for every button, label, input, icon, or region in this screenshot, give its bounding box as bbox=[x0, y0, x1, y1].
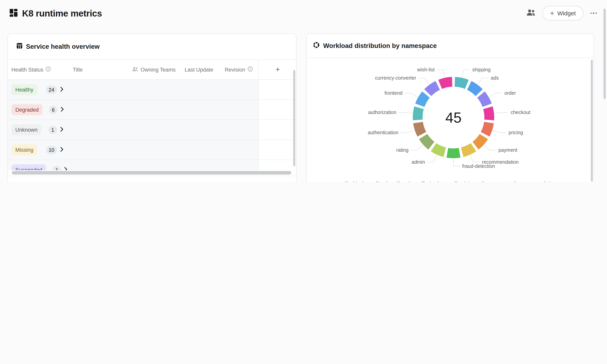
dashboard-page: K8 runtime metrics + Widget bbox=[0, 0, 607, 182]
donut-label-pricing: pricing bbox=[509, 130, 523, 135]
status-badge: Degraded bbox=[11, 104, 43, 115]
donut-segment-authentication[interactable] bbox=[418, 123, 422, 134]
column-header-last-update[interactable]: Last Update bbox=[179, 60, 221, 79]
donut-segment-rating[interactable] bbox=[423, 137, 431, 146]
donut-label-payment: payment bbox=[498, 147, 517, 153]
vertical-scrollbar[interactable] bbox=[293, 70, 295, 166]
legend-swatch bbox=[375, 182, 379, 182]
donut-label-authentication: authentication bbox=[368, 130, 398, 135]
status-badge: Healthy bbox=[11, 84, 37, 95]
legend-item-ads[interactable]: ads bbox=[375, 181, 390, 182]
service-health-card-header: Service health overview bbox=[8, 34, 296, 59]
donut-segment-admin[interactable] bbox=[433, 147, 445, 152]
donut-leader-line bbox=[399, 112, 412, 113]
group-row-degraded[interactable]: Degraded6 bbox=[8, 100, 296, 120]
workload-card-header: Workload distribution by namespace bbox=[307, 34, 593, 58]
vertical-scrollbar[interactable] bbox=[591, 60, 593, 182]
donut-segment-currency-converter[interactable] bbox=[428, 86, 438, 93]
donut-label-authorization: authorization bbox=[368, 109, 396, 115]
service-health-table-body: Healthy24 Degraded6 Unknown1 Missing10 bbox=[8, 80, 296, 170]
card-title: Workload distribution by namespace bbox=[323, 42, 437, 49]
group-count: 1 bbox=[53, 166, 61, 170]
donut-segment-frontend[interactable] bbox=[420, 94, 426, 105]
column-header-revision[interactable]: Revision bbox=[221, 60, 258, 79]
donut-segment-wish-list[interactable] bbox=[440, 82, 452, 84]
legend-label: shipping bbox=[351, 181, 369, 182]
donut-leader-line bbox=[478, 78, 488, 84]
legend-swatch bbox=[397, 182, 400, 182]
legend-item-recommendation[interactable]: recommendation bbox=[513, 181, 556, 182]
add-widget-button[interactable]: + Widget bbox=[543, 6, 583, 20]
page-header: K8 runtime metrics + Widget bbox=[0, 0, 607, 27]
legend-label: order bbox=[403, 181, 414, 182]
donut-leader-line bbox=[405, 93, 418, 97]
group-count: 24 bbox=[46, 86, 57, 94]
workload-distribution-card: Workload distribution by namespace 45 sh… bbox=[306, 33, 594, 182]
legend-label: recommendation bbox=[519, 181, 556, 182]
page-menu-button[interactable] bbox=[590, 13, 597, 14]
legend-swatch bbox=[513, 182, 517, 182]
donut-segment-checkout[interactable] bbox=[488, 108, 489, 120]
donut-leader-line bbox=[462, 70, 470, 77]
page-title: K8 runtime metrics bbox=[22, 8, 102, 19]
donut-segment-ads[interactable] bbox=[469, 86, 479, 93]
donut-label-ads: ads bbox=[491, 75, 499, 81]
donut-segment-shipping[interactable] bbox=[455, 82, 467, 84]
column-header-owning-teams[interactable]: Owning Teams bbox=[130, 60, 179, 79]
donut-leader-line bbox=[437, 70, 445, 77]
team-icon bbox=[132, 67, 138, 73]
donut-label-wish-list: wish-list bbox=[417, 67, 435, 72]
donut-segment-authorization[interactable] bbox=[418, 108, 419, 120]
legend-swatch bbox=[421, 182, 425, 182]
table-icon bbox=[16, 43, 22, 50]
group-row-unknown[interactable]: Unknown1 bbox=[8, 120, 296, 140]
chevron-right-icon[interactable] bbox=[60, 126, 63, 133]
service-health-card: Service health overview Health Status Ti… bbox=[7, 33, 296, 182]
card-title: Service health overview bbox=[26, 43, 100, 50]
donut-leader-line bbox=[401, 130, 414, 133]
group-row-missing[interactable]: Missing10 bbox=[8, 140, 296, 160]
status-badge: Suspended bbox=[11, 164, 46, 170]
workload-donut-chart[interactable]: 45 shippingadsordercheckoutpricingpaymen… bbox=[307, 58, 593, 181]
legend-item-pricing[interactable]: pricing bbox=[454, 181, 475, 182]
legend-item-checkout[interactable]: checkout bbox=[421, 181, 447, 182]
donut-leader-line bbox=[484, 145, 496, 150]
group-count: 6 bbox=[49, 105, 58, 114]
donut-segment-recommendation[interactable] bbox=[462, 147, 473, 152]
shared-users-icon[interactable] bbox=[526, 9, 536, 17]
status-badge: Unknown bbox=[11, 124, 41, 135]
add-column-button[interactable]: + bbox=[258, 60, 296, 79]
legend-label: ads bbox=[382, 181, 390, 182]
info-icon[interactable] bbox=[248, 66, 253, 73]
legend-item-order[interactable]: order bbox=[397, 181, 414, 182]
donut-segment-pricing[interactable] bbox=[485, 123, 489, 134]
legend-swatch bbox=[454, 182, 458, 182]
legend-item-payment[interactable]: payment bbox=[481, 181, 506, 182]
donut-label-frontend: frontend bbox=[384, 90, 402, 96]
donut-segment-payment[interactable] bbox=[476, 137, 484, 146]
status-badge: Missing bbox=[11, 144, 37, 155]
donut-segment-order[interactable] bbox=[481, 94, 487, 105]
chevron-right-icon[interactable] bbox=[64, 166, 68, 170]
pie-chart-icon bbox=[313, 41, 320, 50]
column-header-title[interactable]: Title bbox=[68, 60, 130, 79]
group-count: 1 bbox=[48, 126, 57, 134]
legend-item-shipping[interactable]: shipping bbox=[344, 181, 369, 182]
info-icon[interactable] bbox=[46, 66, 51, 73]
chevron-right-icon[interactable] bbox=[60, 86, 63, 93]
donut-center-total: 45 bbox=[445, 109, 462, 126]
chevron-right-icon[interactable] bbox=[61, 106, 64, 113]
donut-label-checkout: checkout bbox=[511, 109, 530, 115]
group-row-suspended[interactable]: Suspended1 bbox=[8, 160, 296, 170]
column-header-health-status[interactable]: Health Status bbox=[8, 60, 68, 79]
horizontal-scrollbar[interactable] bbox=[8, 170, 296, 176]
legend-swatch bbox=[344, 182, 348, 182]
donut-label-fraud-detection: fraud-detection bbox=[462, 163, 495, 169]
chevron-right-icon[interactable] bbox=[60, 146, 63, 153]
donut-segment-fraud-detection[interactable] bbox=[447, 153, 460, 153]
group-row-healthy[interactable]: Healthy24 bbox=[8, 80, 296, 100]
donut-leader-line bbox=[418, 78, 429, 84]
dashboard-grid-icon bbox=[9, 8, 18, 19]
donut-leader-line bbox=[489, 93, 502, 97]
page-scrollbar[interactable] bbox=[604, 9, 606, 99]
